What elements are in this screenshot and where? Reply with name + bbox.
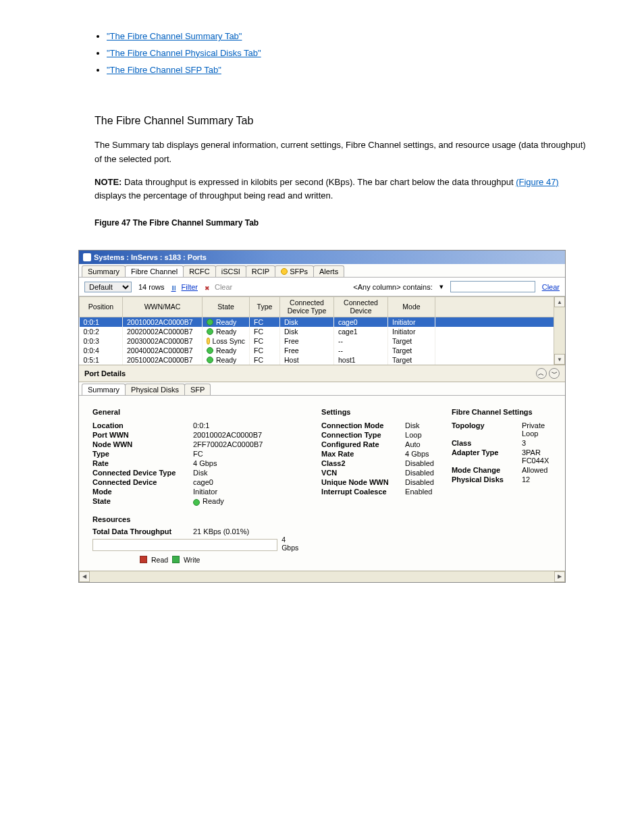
cell: FC bbox=[250, 317, 280, 328]
tab-rcip[interactable]: RCIP bbox=[246, 265, 275, 277]
doc-figref-link[interactable]: (Figure 47) bbox=[516, 177, 559, 187]
cell: 20510002AC0000B7 bbox=[123, 355, 203, 365]
search-label: <Any column> contains: bbox=[353, 283, 432, 291]
resources-heading: Resources bbox=[92, 515, 304, 523]
kv-key: Topology bbox=[452, 421, 512, 438]
kv-value: 20010002AC0000B7 bbox=[193, 431, 304, 439]
kv-key: Max Rate bbox=[321, 450, 396, 458]
cell bbox=[435, 346, 565, 355]
scroll-down-button[interactable]: ▼ bbox=[554, 354, 565, 365]
fc-settings-heading: Fibre Channel Settings bbox=[452, 408, 556, 416]
scroll-left-button[interactable]: ◀ bbox=[79, 571, 90, 582]
doc-link-sfp[interactable]: "The Fibre Channel SFP Tab" bbox=[107, 65, 221, 75]
port-details-title: Port Details bbox=[84, 369, 126, 377]
tab-iscsi[interactable]: iSCSI bbox=[215, 265, 246, 277]
state-text: Ready bbox=[216, 346, 236, 355]
status-led-icon bbox=[207, 328, 213, 335]
cell: Disk bbox=[280, 327, 334, 336]
table-row[interactable]: 0:0:120010002AC0000B7ReadyFCDiskcage0Ini… bbox=[80, 317, 565, 328]
kv-value: Disabled bbox=[405, 459, 434, 467]
kv-value: Enabled bbox=[405, 488, 434, 496]
tab-label: RCFC bbox=[189, 267, 210, 276]
doc-link-physical-disks[interactable]: "The Fibre Channel Physical Disks Tab" bbox=[107, 48, 261, 58]
doc-link-summary[interactable]: "The Fibre Channel Summary Tab" bbox=[107, 31, 242, 41]
tab-fibre-channel[interactable]: Fibre Channel bbox=[125, 265, 184, 277]
state-cell: Loss Sync bbox=[203, 336, 250, 346]
tab-alerts[interactable]: Alerts bbox=[313, 265, 344, 277]
cell: FC bbox=[250, 355, 280, 365]
cell: Disk bbox=[280, 317, 334, 328]
collapse-icon[interactable]: ︿ bbox=[536, 368, 547, 379]
filter-button[interactable]: Filter bbox=[171, 283, 198, 291]
detail-tab-sfp[interactable]: SFP bbox=[184, 384, 211, 395]
horizontal-scrollbar[interactable]: ◀ ▶ bbox=[79, 571, 565, 582]
detail-tab-physical-disks[interactable]: Physical Disks bbox=[125, 384, 185, 395]
kv-key: Interrupt Coalesce bbox=[321, 488, 396, 496]
column-header[interactable]: ConnectedDevice Type bbox=[280, 297, 334, 317]
app-icon bbox=[83, 253, 91, 261]
kv-value: 4 Gbps bbox=[193, 459, 304, 467]
kv-key: VCN bbox=[321, 469, 396, 477]
state-cell: Ready bbox=[203, 317, 250, 328]
status-led-icon bbox=[207, 347, 213, 354]
doc-heading: The Fibre Channel Summary Tab bbox=[95, 112, 590, 130]
throughput-rate-label: 4 Gbps bbox=[281, 536, 304, 552]
main-tabs: SummaryFibre ChannelRCFCiSCSIRCIPSFPsAle… bbox=[79, 264, 565, 278]
search-input[interactable] bbox=[450, 281, 535, 292]
scroll-up-button[interactable]: ▲ bbox=[554, 296, 565, 307]
table-row[interactable]: 0:0:420040002AC0000B7ReadyFCFree--Target bbox=[80, 346, 565, 355]
cell: Initiator bbox=[388, 327, 435, 336]
state-cell: Ready bbox=[203, 346, 250, 355]
table-row[interactable]: 0:0:220020002AC0000B7ReadyFCDiskcage1Ini… bbox=[80, 327, 565, 336]
rows-count: 14 rows bbox=[138, 283, 165, 291]
tab-summary[interactable]: Summary bbox=[82, 265, 126, 277]
tab-rcfc[interactable]: RCFC bbox=[183, 265, 216, 277]
scroll-right-button[interactable]: ▶ bbox=[554, 571, 565, 582]
cell: 20030002AC0000B7 bbox=[123, 336, 203, 346]
tab-sfps[interactable]: SFPs bbox=[275, 265, 314, 277]
ports-table-wrap: PositionWWN/MACStateTypeConnectedDevice … bbox=[79, 296, 565, 365]
status-led-icon bbox=[207, 319, 213, 325]
cell: 0:5:1 bbox=[80, 355, 123, 365]
table-row[interactable]: 0:0:320030002AC0000B7Loss SyncFCFree--Ta… bbox=[80, 336, 565, 346]
detail-tab-summary[interactable]: Summary bbox=[82, 384, 126, 395]
vertical-scrollbar[interactable]: ▲ ▼ bbox=[554, 296, 565, 365]
kv-value: Allowed bbox=[522, 466, 556, 474]
column-header[interactable]: State bbox=[203, 297, 250, 317]
cell: host1 bbox=[334, 355, 388, 365]
cell: cage0 bbox=[334, 317, 388, 328]
column-header[interactable]: Mode bbox=[388, 297, 435, 317]
clear-search-button[interactable]: Clear bbox=[542, 283, 560, 291]
doc-figure-heading: Figure 47 The Fibre Channel Summary Tab bbox=[95, 217, 590, 230]
state-text: Loss Sync bbox=[213, 337, 245, 345]
dropdown-arrow-icon[interactable]: ▾ bbox=[439, 282, 444, 291]
state-text: Ready bbox=[216, 318, 236, 326]
doc-context: "The Fibre Channel Summary Tab" "The Fib… bbox=[0, 0, 644, 243]
tab-label: Fibre Channel bbox=[131, 267, 178, 276]
cell: 20040002AC0000B7 bbox=[123, 346, 203, 355]
port-details-header: Port Details ︿ ﹀ bbox=[79, 365, 565, 382]
cell bbox=[435, 317, 565, 328]
cell: 0:0:2 bbox=[80, 327, 123, 336]
state-text: Ready bbox=[216, 356, 236, 364]
kv-value: Loop bbox=[405, 431, 434, 439]
view-select[interactable]: Default bbox=[84, 282, 132, 292]
column-header[interactable]: WWN/MAC bbox=[123, 297, 203, 317]
clear-filter-button[interactable]: Clear bbox=[205, 283, 232, 291]
column-header[interactable] bbox=[435, 297, 565, 317]
table-row[interactable]: 0:5:120510002AC0000B7ReadyFCHosthost1Tar… bbox=[80, 355, 565, 365]
cell: 20010002AC0000B7 bbox=[123, 317, 203, 328]
settings-heading: Settings bbox=[321, 408, 434, 416]
column-header[interactable]: ConnectedDevice bbox=[334, 297, 388, 317]
cell: cage1 bbox=[334, 327, 388, 336]
cell: Target bbox=[388, 346, 435, 355]
throughput-bar bbox=[92, 539, 277, 551]
doc-note-label: NOTE: bbox=[95, 177, 122, 187]
column-header[interactable]: Position bbox=[80, 297, 123, 317]
cell: Target bbox=[388, 355, 435, 365]
tab-label: iSCSI bbox=[221, 267, 240, 276]
column-header[interactable]: Type bbox=[250, 297, 280, 317]
expand-icon[interactable]: ﹀ bbox=[549, 368, 560, 379]
table-header-row: PositionWWN/MACStateTypeConnectedDevice … bbox=[80, 297, 565, 317]
kv-value: Private Loop bbox=[522, 421, 556, 438]
